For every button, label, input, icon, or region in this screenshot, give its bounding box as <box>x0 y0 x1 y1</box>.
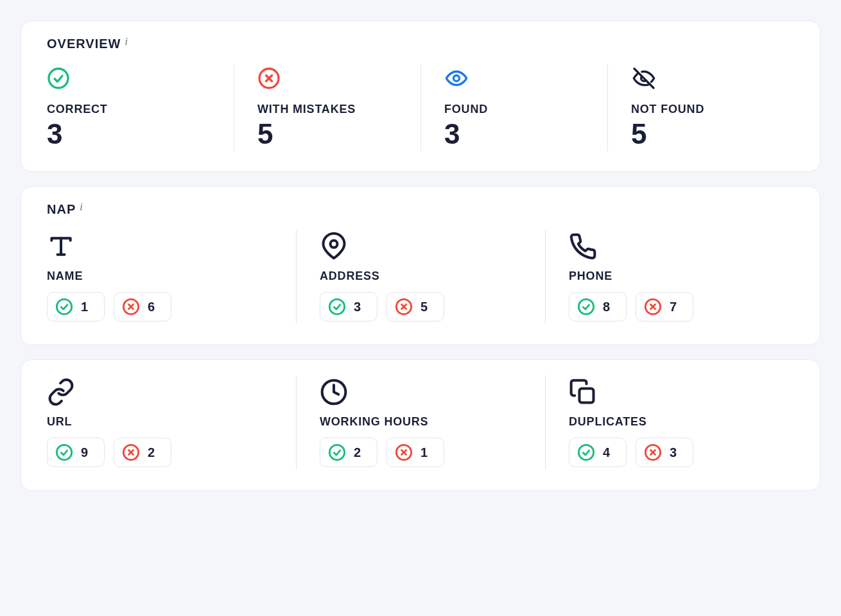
nap-address-bad-badge[interactable]: 5 <box>386 292 444 321</box>
nap-hours-bad-value: 1 <box>420 445 428 460</box>
clock-icon <box>320 378 545 409</box>
nap-phone-label: PHONE <box>569 270 794 283</box>
svg-point-4 <box>454 76 460 81</box>
svg-point-13 <box>329 299 344 314</box>
overview-correct-value: 3 <box>47 120 234 148</box>
x-circle-icon <box>644 298 662 316</box>
nap-phone-ok-value: 8 <box>603 300 610 314</box>
check-circle-icon <box>55 298 73 316</box>
nap-name-ok-badge[interactable]: 1 <box>47 292 105 321</box>
nap-duplicates-bad-badge[interactable]: 3 <box>636 438 693 467</box>
overview-notfound-label: NOT FOUND <box>631 103 794 116</box>
link-icon <box>47 378 296 409</box>
overview-row: CORRECT 3 WITH MISTAKES 5 FOUND 3 <box>47 64 794 151</box>
svg-point-0 <box>49 69 68 88</box>
nap-duplicates: DUPLICATES 4 3 <box>545 375 794 470</box>
overview-correct: CORRECT 3 <box>47 64 234 151</box>
check-circle-icon <box>577 298 595 316</box>
nap-name-label: NAME <box>47 270 296 283</box>
nap-card-1: NAP i NAME 1 6 <box>21 186 820 345</box>
nap-name-bad-value: 6 <box>148 300 155 314</box>
nap-url-ok-value: 9 <box>81 445 88 460</box>
x-circle-icon <box>644 443 662 461</box>
overview-found-value: 3 <box>444 120 607 148</box>
overview-title: OVERVIEW i <box>47 37 794 51</box>
nap-hours-ok-value: 2 <box>354 445 361 460</box>
dashboard-page: OVERVIEW i CORRECT 3 WITH MISTAKES 5 <box>0 0 841 616</box>
nap-phone: PHONE 8 7 <box>545 230 794 324</box>
x-circle-icon <box>395 443 413 461</box>
check-circle-icon <box>47 67 234 92</box>
svg-point-12 <box>331 241 338 248</box>
overview-mistakes-value: 5 <box>257 120 420 148</box>
overview-not-found: NOT FOUND 5 <box>607 64 794 151</box>
overview-card: OVERVIEW i CORRECT 3 WITH MISTAKES 5 <box>21 21 820 172</box>
nap-url-bad-badge[interactable]: 2 <box>114 438 171 467</box>
nap-phone-bad-badge[interactable]: 7 <box>636 292 693 321</box>
nap-name-bad-badge[interactable]: 6 <box>114 292 171 321</box>
info-icon[interactable]: i <box>125 36 128 47</box>
overview-title-text: OVERVIEW <box>47 37 121 51</box>
nap-address-ok-value: 3 <box>354 300 361 314</box>
overview-notfound-value: 5 <box>631 120 794 148</box>
x-circle-icon <box>395 298 413 316</box>
nap-name-ok-value: 1 <box>81 300 88 314</box>
check-circle-icon <box>328 443 346 461</box>
overview-with-mistakes: WITH MISTAKES 5 <box>234 64 420 151</box>
nap-row-2: URL 9 2 WORKING HOURS <box>47 375 794 470</box>
nap-title: NAP i <box>47 202 794 217</box>
overview-found-label: FOUND <box>444 103 607 116</box>
x-circle-icon <box>122 298 140 316</box>
copy-icon <box>569 378 794 409</box>
nap-duplicates-bad-value: 3 <box>670 445 677 460</box>
overview-mistakes-label: WITH MISTAKES <box>257 103 420 116</box>
overview-correct-label: CORRECT <box>47 103 234 116</box>
nap-address-ok-badge[interactable]: 3 <box>320 292 377 321</box>
nap-address: ADDRESS 3 5 <box>296 230 545 324</box>
check-circle-icon <box>577 443 595 461</box>
check-circle-icon <box>55 443 73 461</box>
pin-icon <box>320 232 545 263</box>
nap-duplicates-ok-badge[interactable]: 4 <box>569 438 627 467</box>
phone-icon <box>569 232 794 263</box>
text-icon <box>47 232 296 263</box>
nap-url: URL 9 2 <box>47 375 296 470</box>
svg-point-17 <box>578 299 593 314</box>
nap-row-1: NAME 1 6 ADDRESS <box>47 230 794 324</box>
nap-hours-bad-badge[interactable]: 1 <box>386 438 444 467</box>
nap-url-label: URL <box>47 415 296 429</box>
nap-phone-ok-badge[interactable]: 8 <box>569 292 627 321</box>
overview-found: FOUND 3 <box>420 64 607 151</box>
svg-rect-30 <box>580 389 594 403</box>
eye-off-icon <box>631 67 794 92</box>
x-circle-icon <box>257 67 420 92</box>
nap-hours-ok-badge[interactable]: 2 <box>320 438 377 467</box>
nap-name: NAME 1 6 <box>47 230 296 324</box>
nap-hours-label: WORKING HOURS <box>320 415 545 429</box>
eye-icon <box>444 67 607 92</box>
nap-address-bad-value: 5 <box>420 300 428 314</box>
check-circle-icon <box>328 298 346 316</box>
svg-point-26 <box>329 445 344 459</box>
nap-hours: WORKING HOURS 2 1 <box>296 375 545 470</box>
nap-address-label: ADDRESS <box>320 270 545 283</box>
nap-duplicates-label: DUPLICATES <box>569 415 794 429</box>
nap-phone-bad-value: 7 <box>670 300 677 314</box>
svg-point-21 <box>56 445 71 459</box>
info-icon[interactable]: i <box>80 201 83 213</box>
svg-point-8 <box>56 299 71 314</box>
nap-duplicates-ok-value: 4 <box>603 445 610 460</box>
nap-url-ok-badge[interactable]: 9 <box>47 438 105 467</box>
nap-card-2: URL 9 2 WORKING HOURS <box>21 359 820 491</box>
x-circle-icon <box>122 443 140 461</box>
svg-point-31 <box>578 445 593 459</box>
nap-title-text: NAP <box>47 202 76 217</box>
nap-url-bad-value: 2 <box>148 445 155 460</box>
